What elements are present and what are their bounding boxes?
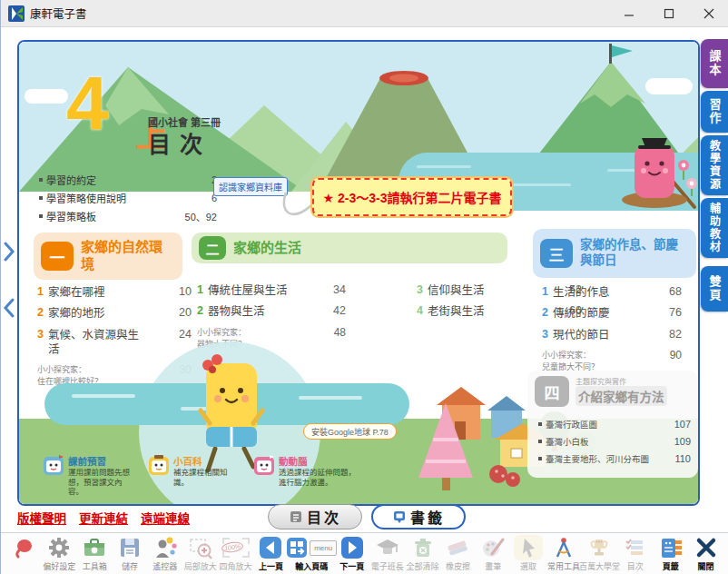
list-item[interactable]: 學習的約定 2 xyxy=(39,173,217,187)
close-icon xyxy=(694,535,718,560)
tab-teaching-resources[interactable]: 教學資源 xyxy=(701,135,728,195)
legend-item: 課前預習 運用課前問題先想想，預習課文內容。 xyxy=(43,454,135,497)
toolbar-item-prev-page[interactable]: 上一頁 xyxy=(253,535,289,572)
unit4-subtitle: 主題探究與實作 xyxy=(576,376,667,386)
bookmark-tab-icon xyxy=(392,510,407,524)
tab-workbook[interactable]: 習作 xyxy=(701,91,728,133)
trash-icon xyxy=(411,535,435,560)
graduation-cap-icon xyxy=(376,535,399,560)
legend-item: 動動腦 透過課程的延伸問題，進行腦力激盪。 xyxy=(253,454,360,497)
lesson-row[interactable]: 2 器物與生活 42 xyxy=(197,304,346,319)
notebook-icon xyxy=(659,535,683,560)
tab-bookmark[interactable]: 書籤 xyxy=(371,504,466,529)
hometown-database-button[interactable]: 認識家鄉資料庫 xyxy=(213,177,288,196)
flowers-illustration xyxy=(676,158,698,198)
toolbar-item-page-tab[interactable]: 頁籤 xyxy=(653,535,688,572)
grade-number: 4 xyxy=(66,65,109,142)
list-item[interactable]: 臺灣行政區圖 107 xyxy=(538,418,691,430)
toolbar-item-brush[interactable]: 畫筆 xyxy=(476,535,511,572)
toolbar-item-toc[interactable]: 目次 xyxy=(617,535,653,572)
toolbar-item-region-zoom[interactable]: 局部放大 xyxy=(182,535,218,572)
list-item[interactable]: 學習策略板 50、92 xyxy=(39,209,217,223)
chevron-right-icon[interactable] xyxy=(3,242,15,265)
compass-icon xyxy=(552,535,576,560)
page-title: 目次 xyxy=(148,126,212,159)
close-window-button[interactable] xyxy=(689,0,728,27)
save-floppy-icon xyxy=(118,535,142,560)
brainstorm-mascot-icon xyxy=(253,454,275,476)
eraser-icon xyxy=(446,535,469,560)
lesson-row[interactable]: 1 傳統住屋與生活 34 xyxy=(197,283,346,298)
footer-links: 版權聲明 更新連結 遠端連線 xyxy=(17,509,202,527)
copyright-link[interactable]: 版權聲明 xyxy=(17,509,66,527)
toolbar-item-close[interactable]: 關閉 xyxy=(688,535,723,572)
list-item[interactable]: 臺灣小白板 109 xyxy=(538,435,691,448)
toolbar-item-clear-all[interactable]: 全部清除 xyxy=(405,535,440,572)
gear-icon xyxy=(47,535,71,560)
chevron-left-icon[interactable] xyxy=(3,298,15,322)
lesson-row[interactable]: 2 家鄉的地形 20 xyxy=(37,306,192,321)
prelim-list: 學習的約定 2 學習策略使用說明 6 學習策略板 50、92 xyxy=(39,173,217,227)
prev-page-icon xyxy=(259,535,282,560)
tab-double-page[interactable]: 雙頁 xyxy=(701,266,728,312)
lesson-row[interactable]: 3 現代的節日 82 xyxy=(542,328,682,342)
disc-notice-banner[interactable]: ★ 2-3～3-3請執行第二片電子書 xyxy=(312,178,512,216)
toolbar-item-preferences[interactable]: 偏好設定 xyxy=(42,535,77,572)
lesson-row[interactable]: 3 氣候、水資源與生活 24 xyxy=(37,328,192,358)
trophy-icon xyxy=(587,535,611,560)
toolbar-item-select[interactable]: 選取 xyxy=(511,535,546,572)
palette-brush-icon xyxy=(481,535,505,560)
app-logo-icon xyxy=(8,5,25,22)
tab-textbook[interactable]: 課本 xyxy=(701,39,728,88)
unit4-panel: 四 主題探究與實作 介紹家鄉有方法 臺灣行政區圖 107 臺灣小白板 109 臺… xyxy=(527,371,698,478)
toolbar-item-toolbox[interactable]: 工具箱 xyxy=(77,535,113,572)
region-zoom-icon xyxy=(189,535,212,560)
explorer-row[interactable]: 小小探究家： 兒童節大不同？ 90 xyxy=(542,349,682,372)
toolbar-item-next-page[interactable]: 下一頁 xyxy=(334,535,369,572)
google-earth-tag[interactable]: 安裝Google地球 P.78 xyxy=(303,423,397,440)
window-title: 康軒電子書 xyxy=(30,5,87,22)
unit4-badge: 四 xyxy=(535,376,569,407)
maximize-button[interactable] xyxy=(649,0,689,27)
toolbar-item-corner-zoom[interactable]: 100% 四角放大 xyxy=(218,535,253,572)
checklist-icon xyxy=(624,535,647,560)
tab-supplementary[interactable]: 輔助教材 xyxy=(701,198,728,258)
title-bar: 康軒電子書 xyxy=(1,0,728,27)
tab-toc[interactable]: 目次 xyxy=(268,504,362,529)
laser-pointer-icon xyxy=(12,535,35,560)
connector-line xyxy=(280,191,317,223)
unit4-title[interactable]: 介紹家鄉有方法 xyxy=(576,386,667,406)
toolbar-item-e-class-leader[interactable]: 電子班長 xyxy=(369,535,405,572)
toc-tab-icon xyxy=(289,510,303,524)
select-cursor-icon xyxy=(514,535,543,560)
book-page-frame: 4 上 國小社會 第三冊 目次 學習的約定 2 學習策略使用說明 6 學習策略板… xyxy=(17,40,700,506)
lesson-row[interactable]: 1 生活的作息 68 xyxy=(542,285,682,300)
book-page: 4 上 國小社會 第三冊 目次 學習的約定 2 學習策略使用說明 6 學習策略板… xyxy=(19,42,698,504)
next-page-icon xyxy=(340,535,364,560)
toolbar-item-million-quiz[interactable]: 百萬大學堂 xyxy=(581,535,617,572)
toolbar-item-eraser[interactable]: 橡皮擦 xyxy=(440,535,476,572)
update-link[interactable]: 更新連結 xyxy=(79,509,128,527)
list-item[interactable]: 學習策略使用說明 6 xyxy=(39,191,217,205)
toolbar-item-common-tools[interactable]: 常用工具 xyxy=(546,535,582,572)
minimize-button[interactable] xyxy=(609,0,649,27)
page-input-icon: menu xyxy=(286,535,337,560)
encyclopedia-mascot-icon xyxy=(148,454,170,476)
unit2-header[interactable]: 二 家鄉的生活 xyxy=(192,233,507,263)
unit1-header[interactable]: 一 家鄉的自然環境 xyxy=(34,233,182,280)
toolbar-item-save[interactable]: 儲存 xyxy=(113,535,148,572)
app-window: 康軒電子書 課本 習作 教學資源 輔助教材 雙頁 xyxy=(0,0,728,574)
toolbar-item-page-input[interactable]: menu 輸入頁碼 xyxy=(289,535,335,572)
toolbar-item-remote[interactable]: 遙控器 xyxy=(147,535,182,572)
toolbar-item-laser[interactable] xyxy=(6,535,42,560)
list-item[interactable]: 臺灣主要地形、河川分布圖 110 xyxy=(538,452,691,465)
unit3-header[interactable]: 三 家鄉的作息、節慶與節日 xyxy=(533,229,696,278)
lesson-row[interactable]: 2 傳統的節慶 76 xyxy=(542,306,682,321)
legend-item: 小百科 補充課程相關知識。 xyxy=(148,454,241,497)
preview-mascot-icon xyxy=(43,454,64,476)
bottom-toolbar: 偏好設定 工具箱 儲存 xyxy=(1,532,728,574)
legend: 課前預習 運用課前問題先想想，預習課文內容。 小百科 補充課程相關知識。 xyxy=(43,454,373,497)
lesson-row[interactable]: 1 家鄉在哪裡 10 xyxy=(37,285,192,300)
corner-zoom-icon: 100% xyxy=(221,535,251,560)
remote-connect-link[interactable]: 遠端連線 xyxy=(141,509,190,527)
